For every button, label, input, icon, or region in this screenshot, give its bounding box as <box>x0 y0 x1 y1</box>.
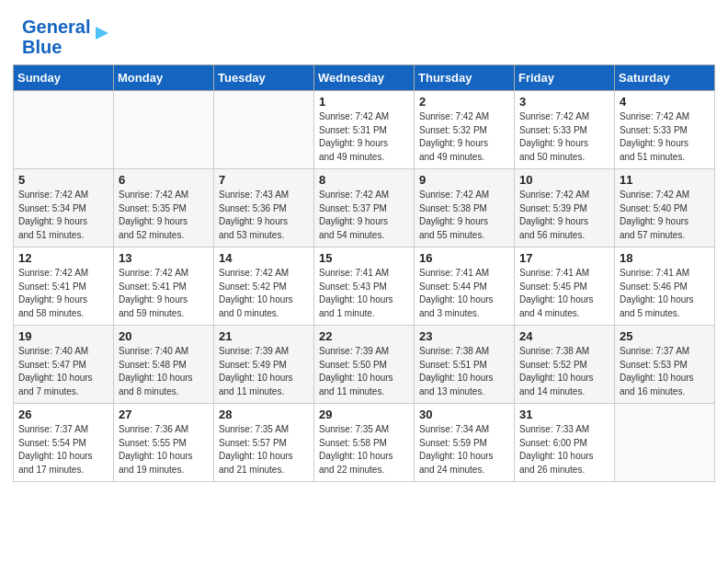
day-info: Sunrise: 7:39 AM Sunset: 5:49 PM Dayligh… <box>219 345 309 398</box>
weekday-header-monday: Monday <box>114 65 214 91</box>
day-number: 4 <box>620 95 710 109</box>
day-info: Sunrise: 7:40 AM Sunset: 5:48 PM Dayligh… <box>119 345 209 398</box>
calendar-cell: 20Sunrise: 7:40 AM Sunset: 5:48 PM Dayli… <box>114 326 214 404</box>
week-row-2: 5Sunrise: 7:42 AM Sunset: 5:34 PM Daylig… <box>14 169 715 247</box>
day-info: Sunrise: 7:42 AM Sunset: 5:37 PM Dayligh… <box>319 189 409 242</box>
day-info: Sunrise: 7:42 AM Sunset: 5:39 PM Dayligh… <box>519 189 609 242</box>
calendar-cell: 15Sunrise: 7:41 AM Sunset: 5:43 PM Dayli… <box>314 247 415 326</box>
calendar-cell <box>615 404 715 482</box>
weekday-header-friday: Friday <box>515 65 615 91</box>
calendar-cell: 29Sunrise: 7:35 AM Sunset: 5:58 PM Dayli… <box>314 404 415 482</box>
calendar-cell: 25Sunrise: 7:37 AM Sunset: 5:53 PM Dayli… <box>615 326 715 404</box>
day-number: 31 <box>519 408 609 421</box>
day-info: Sunrise: 7:37 AM Sunset: 5:54 PM Dayligh… <box>18 423 108 477</box>
day-number: 20 <box>119 329 209 343</box>
calendar-cell: 28Sunrise: 7:35 AM Sunset: 5:57 PM Dayli… <box>214 404 314 482</box>
day-number: 1 <box>319 95 409 109</box>
calendar-cell: 1Sunrise: 7:42 AM Sunset: 5:31 PM Daylig… <box>314 91 415 169</box>
day-info: Sunrise: 7:42 AM Sunset: 5:42 PM Dayligh… <box>219 267 309 320</box>
day-number: 16 <box>419 251 509 265</box>
day-number: 17 <box>519 251 609 265</box>
calendar-cell: 7Sunrise: 7:43 AM Sunset: 5:36 PM Daylig… <box>214 169 314 247</box>
day-number: 2 <box>419 95 509 109</box>
day-number: 22 <box>319 329 409 343</box>
day-info: Sunrise: 7:43 AM Sunset: 5:36 PM Dayligh… <box>219 189 309 242</box>
calendar-cell <box>14 91 114 169</box>
day-info: Sunrise: 7:42 AM Sunset: 5:34 PM Dayligh… <box>18 189 108 242</box>
weekday-header-wednesday: Wednesday <box>314 65 415 91</box>
day-number: 26 <box>18 408 108 421</box>
day-info: Sunrise: 7:35 AM Sunset: 5:57 PM Dayligh… <box>219 423 309 477</box>
calendar-cell: 24Sunrise: 7:38 AM Sunset: 5:52 PM Dayli… <box>515 326 615 404</box>
weekday-header-row: SundayMondayTuesdayWednesdayThursdayFrid… <box>14 65 715 91</box>
day-info: Sunrise: 7:36 AM Sunset: 5:55 PM Dayligh… <box>119 423 209 477</box>
day-info: Sunrise: 7:42 AM Sunset: 5:40 PM Dayligh… <box>620 189 710 242</box>
day-number: 29 <box>319 408 409 421</box>
calendar-cell: 26Sunrise: 7:37 AM Sunset: 5:54 PM Dayli… <box>14 404 114 482</box>
calendar-cell: 5Sunrise: 7:42 AM Sunset: 5:34 PM Daylig… <box>14 169 114 247</box>
calendar-cell: 6Sunrise: 7:42 AM Sunset: 5:35 PM Daylig… <box>114 169 214 247</box>
logo-text: GeneralBlue <box>22 17 90 57</box>
calendar-cell: 22Sunrise: 7:39 AM Sunset: 5:50 PM Dayli… <box>314 326 415 404</box>
day-info: Sunrise: 7:37 AM Sunset: 5:53 PM Dayligh… <box>620 345 710 398</box>
day-info: Sunrise: 7:42 AM Sunset: 5:35 PM Dayligh… <box>119 189 209 242</box>
calendar-cell: 23Sunrise: 7:38 AM Sunset: 5:51 PM Dayli… <box>415 326 515 404</box>
calendar-cell: 14Sunrise: 7:42 AM Sunset: 5:42 PM Dayli… <box>214 247 314 326</box>
day-number: 6 <box>119 173 209 187</box>
week-row-4: 19Sunrise: 7:40 AM Sunset: 5:47 PM Dayli… <box>14 326 715 404</box>
weekday-header-sunday: Sunday <box>14 65 114 91</box>
day-number: 10 <box>519 173 609 187</box>
day-number: 27 <box>119 408 209 421</box>
calendar-cell: 10Sunrise: 7:42 AM Sunset: 5:39 PM Dayli… <box>515 169 615 247</box>
day-number: 18 <box>620 251 710 265</box>
week-row-3: 12Sunrise: 7:42 AM Sunset: 5:41 PM Dayli… <box>14 247 715 326</box>
day-info: Sunrise: 7:42 AM Sunset: 5:41 PM Dayligh… <box>18 267 108 320</box>
svg-marker-0 <box>96 27 108 40</box>
day-info: Sunrise: 7:41 AM Sunset: 5:46 PM Dayligh… <box>620 267 710 320</box>
day-number: 21 <box>219 329 309 343</box>
day-number: 25 <box>620 329 710 343</box>
day-info: Sunrise: 7:41 AM Sunset: 5:45 PM Dayligh… <box>519 267 609 320</box>
week-row-1: 1Sunrise: 7:42 AM Sunset: 5:31 PM Daylig… <box>14 91 715 169</box>
day-number: 23 <box>419 329 509 343</box>
week-row-5: 26Sunrise: 7:37 AM Sunset: 5:54 PM Dayli… <box>14 404 715 482</box>
day-number: 30 <box>419 408 509 421</box>
day-number: 9 <box>419 173 509 187</box>
day-info: Sunrise: 7:35 AM Sunset: 5:58 PM Dayligh… <box>319 423 409 477</box>
day-info: Sunrise: 7:42 AM Sunset: 5:32 PM Dayligh… <box>419 110 509 164</box>
day-number: 24 <box>519 329 609 343</box>
header: GeneralBlue <box>0 0 728 64</box>
calendar-cell: 21Sunrise: 7:39 AM Sunset: 5:49 PM Dayli… <box>214 326 314 404</box>
calendar-wrapper: SundayMondayTuesdayWednesdayThursdayFrid… <box>0 64 728 495</box>
day-info: Sunrise: 7:33 AM Sunset: 6:00 PM Dayligh… <box>519 423 609 477</box>
day-number: 5 <box>18 173 108 187</box>
calendar-table: SundayMondayTuesdayWednesdayThursdayFrid… <box>13 64 715 482</box>
day-number: 8 <box>319 173 409 187</box>
day-info: Sunrise: 7:39 AM Sunset: 5:50 PM Dayligh… <box>319 345 409 398</box>
calendar-cell: 18Sunrise: 7:41 AM Sunset: 5:46 PM Dayli… <box>615 247 715 326</box>
day-number: 11 <box>620 173 710 187</box>
calendar-cell: 9Sunrise: 7:42 AM Sunset: 5:38 PM Daylig… <box>415 169 515 247</box>
calendar-cell: 27Sunrise: 7:36 AM Sunset: 5:55 PM Dayli… <box>114 404 214 482</box>
day-info: Sunrise: 7:41 AM Sunset: 5:43 PM Dayligh… <box>319 267 409 320</box>
calendar-cell: 19Sunrise: 7:40 AM Sunset: 5:47 PM Dayli… <box>14 326 114 404</box>
day-info: Sunrise: 7:40 AM Sunset: 5:47 PM Dayligh… <box>18 345 108 398</box>
calendar-cell: 12Sunrise: 7:42 AM Sunset: 5:41 PM Dayli… <box>14 247 114 326</box>
calendar-cell <box>214 91 314 169</box>
calendar-cell: 2Sunrise: 7:42 AM Sunset: 5:32 PM Daylig… <box>415 91 515 169</box>
day-info: Sunrise: 7:38 AM Sunset: 5:52 PM Dayligh… <box>519 345 609 398</box>
calendar-cell: 30Sunrise: 7:34 AM Sunset: 5:59 PM Dayli… <box>415 404 515 482</box>
calendar-cell: 8Sunrise: 7:42 AM Sunset: 5:37 PM Daylig… <box>314 169 415 247</box>
weekday-header-saturday: Saturday <box>615 65 715 91</box>
day-info: Sunrise: 7:42 AM Sunset: 5:38 PM Dayligh… <box>419 189 509 242</box>
calendar-cell: 31Sunrise: 7:33 AM Sunset: 6:00 PM Dayli… <box>515 404 615 482</box>
day-number: 28 <box>219 408 309 421</box>
logo-arrow-icon <box>92 23 112 43</box>
day-number: 13 <box>119 251 209 265</box>
day-info: Sunrise: 7:42 AM Sunset: 5:33 PM Dayligh… <box>519 110 609 164</box>
day-info: Sunrise: 7:42 AM Sunset: 5:31 PM Dayligh… <box>319 110 409 164</box>
day-info: Sunrise: 7:41 AM Sunset: 5:44 PM Dayligh… <box>419 267 509 320</box>
day-info: Sunrise: 7:42 AM Sunset: 5:41 PM Dayligh… <box>119 267 209 320</box>
calendar-cell: 17Sunrise: 7:41 AM Sunset: 5:45 PM Dayli… <box>515 247 615 326</box>
day-number: 15 <box>319 251 409 265</box>
